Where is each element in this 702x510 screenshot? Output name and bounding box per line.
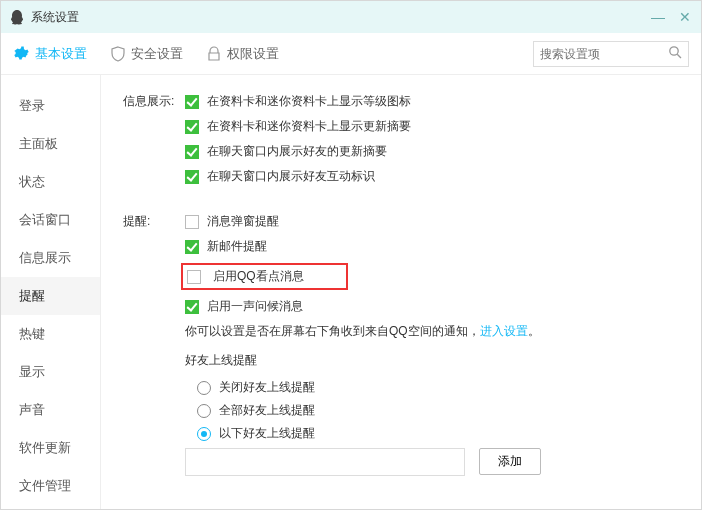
- checkbox-row[interactable]: 在资料卡和迷你资料卡上显示更新摘要: [185, 118, 683, 135]
- search-input[interactable]: [540, 47, 660, 61]
- sidebar-item[interactable]: 登录: [1, 87, 100, 125]
- content-area: 信息展示: 在资料卡和迷你资料卡上显示等级图标在资料卡和迷你资料卡上显示更新摘要…: [101, 75, 701, 509]
- sidebar-item[interactable]: 状态: [1, 163, 100, 201]
- gear-icon: [13, 46, 29, 62]
- sidebar-item[interactable]: 声音: [1, 391, 100, 429]
- sidebar-item[interactable]: 文件管理: [1, 467, 100, 505]
- checkbox-label: 在资料卡和迷你资料卡上显示等级图标: [207, 93, 411, 110]
- checkbox-row[interactable]: 在聊天窗口内展示好友互动标识: [185, 168, 683, 185]
- checkbox[interactable]: [185, 240, 199, 254]
- tab-label: 安全设置: [131, 45, 183, 63]
- search-box[interactable]: [533, 41, 689, 67]
- close-icon[interactable]: ✕: [679, 10, 691, 24]
- checkbox[interactable]: [185, 170, 199, 184]
- checkbox-label: 在聊天窗口内展示好友的更新摘要: [207, 143, 387, 160]
- checkbox-label: 启用QQ看点消息: [213, 268, 304, 285]
- svg-point-0: [670, 47, 678, 55]
- tab-permission-settings[interactable]: 权限设置: [207, 33, 279, 75]
- radio-label: 以下好友上线提醒: [219, 425, 315, 442]
- sidebar-item[interactable]: 会话窗口: [1, 201, 100, 239]
- sidebar-item[interactable]: 提醒: [1, 277, 100, 315]
- radio[interactable]: [197, 404, 211, 418]
- tab-label: 基本设置: [35, 45, 87, 63]
- tab-security-settings[interactable]: 安全设置: [111, 33, 183, 75]
- checkbox-row[interactable]: 在资料卡和迷你资料卡上显示等级图标: [185, 93, 683, 110]
- lock-icon: [207, 46, 221, 62]
- checkbox[interactable]: [185, 215, 199, 229]
- app-logo-icon: [9, 9, 25, 25]
- highlighted-option: 启用QQ看点消息: [181, 263, 348, 290]
- minimize-icon[interactable]: —: [651, 10, 665, 24]
- radio[interactable]: [197, 427, 211, 441]
- section-label: 提醒:: [123, 213, 185, 476]
- checkbox-row[interactable]: 启用QQ看点消息: [185, 263, 683, 290]
- checkbox[interactable]: [185, 300, 199, 314]
- window-title: 系统设置: [31, 9, 79, 26]
- radio-label: 全部好友上线提醒: [219, 402, 315, 419]
- checkbox-label: 在资料卡和迷你资料卡上显示更新摘要: [207, 118, 411, 135]
- tab-label: 权限设置: [227, 45, 279, 63]
- section-reminder: 提醒: 消息弹窗提醒新邮件提醒启用QQ看点消息启用一声问候消息 你可以设置是否在…: [123, 213, 683, 476]
- checkbox-label: 启用一声问候消息: [207, 298, 303, 315]
- friend-online-listbox[interactable]: [185, 448, 465, 476]
- radio[interactable]: [197, 381, 211, 395]
- checkbox-row[interactable]: 启用一声问候消息: [185, 298, 683, 315]
- checkbox-label: 新邮件提醒: [207, 238, 267, 255]
- sidebar-item[interactable]: 信息展示: [1, 239, 100, 277]
- search-icon[interactable]: [668, 45, 682, 62]
- radio-label: 关闭好友上线提醒: [219, 379, 315, 396]
- sidebar-item[interactable]: 热键: [1, 315, 100, 353]
- enter-settings-link[interactable]: 进入设置: [480, 324, 528, 338]
- add-button[interactable]: 添加: [479, 448, 541, 475]
- checkbox[interactable]: [187, 270, 201, 284]
- friend-online-subhead: 好友上线提醒: [185, 352, 683, 369]
- toolbar: 基本设置 安全设置 权限设置: [1, 33, 701, 75]
- checkbox-label: 在聊天窗口内展示好友互动标识: [207, 168, 375, 185]
- radio-row[interactable]: 关闭好友上线提醒: [197, 379, 683, 396]
- svg-line-1: [677, 54, 681, 58]
- sidebar: 登录主面板状态会话窗口信息展示提醒热键显示声音软件更新文件管理 ﹀: [1, 75, 101, 509]
- section-info-display: 信息展示: 在资料卡和迷你资料卡上显示等级图标在资料卡和迷你资料卡上显示更新摘要…: [123, 93, 683, 193]
- radio-row[interactable]: 全部好友上线提醒: [197, 402, 683, 419]
- checkbox-row[interactable]: 在聊天窗口内展示好友的更新摘要: [185, 143, 683, 160]
- shield-icon: [111, 46, 125, 62]
- sidebar-item[interactable]: 显示: [1, 353, 100, 391]
- sidebar-item[interactable]: 主面板: [1, 125, 100, 163]
- tab-basic-settings[interactable]: 基本设置: [13, 33, 87, 75]
- qzone-note: 你可以设置是否在屏幕右下角收到来自QQ空间的通知，进入设置。: [185, 323, 683, 340]
- chevron-down-icon[interactable]: ﹀: [1, 505, 100, 510]
- checkbox-row[interactable]: 消息弹窗提醒: [185, 213, 683, 230]
- checkbox-row[interactable]: 新邮件提醒: [185, 238, 683, 255]
- radio-row[interactable]: 以下好友上线提醒: [197, 425, 683, 442]
- sidebar-item[interactable]: 软件更新: [1, 429, 100, 467]
- checkbox-label: 消息弹窗提醒: [207, 213, 279, 230]
- checkbox[interactable]: [185, 145, 199, 159]
- checkbox[interactable]: [185, 120, 199, 134]
- section-label: 信息展示:: [123, 93, 185, 193]
- checkbox[interactable]: [185, 95, 199, 109]
- title-bar: 系统设置 — ✕: [1, 1, 701, 33]
